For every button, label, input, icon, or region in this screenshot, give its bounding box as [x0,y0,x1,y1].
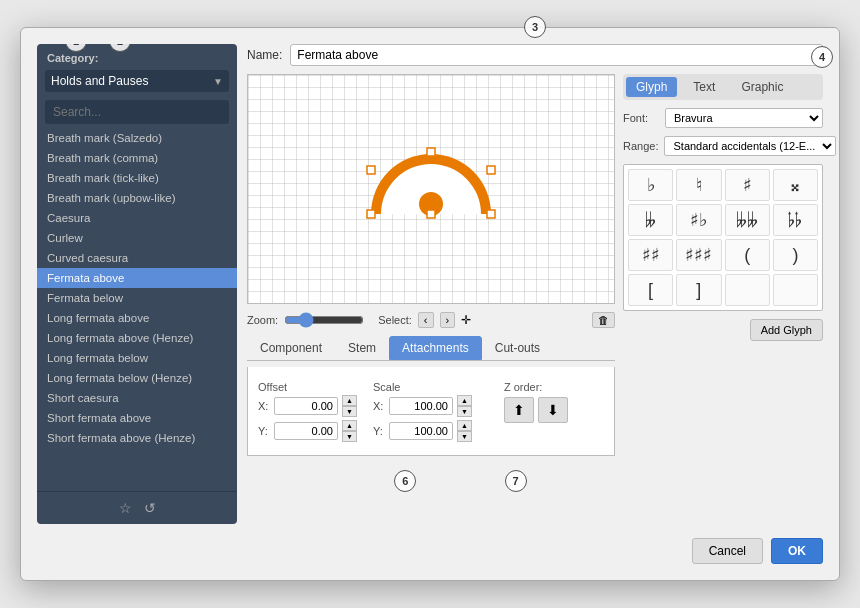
panel-tab-text[interactable]: Text [683,77,725,97]
glyph-preview [351,134,511,244]
select-label: Select: [378,314,412,326]
sidebar-item[interactable]: Breath mark (Salzedo) [37,128,237,148]
glyph-cell[interactable]: 𝄪 [773,169,818,201]
offset-y-input[interactable] [274,422,338,440]
offset-y-spinner: ▲ ▼ [342,420,357,442]
chevron-down-icon: ▼ [213,76,223,87]
cancel-button[interactable]: Cancel [692,538,763,564]
tab-component[interactable]: Component [247,336,335,360]
ok-button[interactable]: OK [771,538,823,564]
sidebar-item[interactable]: Short caesura [37,388,237,408]
sidebar-item[interactable]: Long fermata below (Henze) [37,368,237,388]
offset-x-down[interactable]: ▼ [342,406,357,417]
y-label: Y: [258,425,270,437]
tab-cut-outs[interactable]: Cut-outs [482,336,553,360]
category-dropdown-text: Holds and Pauses [51,74,213,88]
reset-icon[interactable]: ↺ [144,500,156,516]
sidebar-item[interactable]: Breath mark (tick-like) [37,168,237,188]
category-dropdown[interactable]: Holds and Pauses ▼ [45,70,229,92]
scale-x-down[interactable]: ▼ [457,406,472,417]
panel-tabs: GlyphTextGraphic [623,74,823,100]
font-select[interactable]: Bravura [665,108,823,128]
sidebar-item[interactable]: Fermata below [37,288,237,308]
glyph-cell[interactable]: ] [676,274,721,306]
sidebar-item[interactable]: Long fermata above (Henze) [37,328,237,348]
glyph-canvas[interactable] [247,74,615,304]
svg-rect-2 [427,148,435,156]
sidebar-item[interactable]: Fermata above [37,268,237,288]
sidebar-item[interactable]: Short fermata above [37,408,237,428]
range-select[interactable]: Standard accidentals (12-E... [664,136,836,156]
glyph-cell[interactable]: 𝄫 [628,204,673,236]
right-panel: 4 GlyphTextGraphic Font: Bravura Range: … [623,74,823,462]
nav-next-button[interactable]: › [440,312,456,328]
name-row: Name: [247,44,823,66]
search-input[interactable] [45,100,229,124]
svg-rect-3 [487,210,495,218]
panel-tab-glyph[interactable]: Glyph [626,77,677,97]
glyph-cell[interactable]: 𝄫𝄫 [725,204,770,236]
z-order-down-button[interactable]: ⬇ [538,397,568,423]
svg-rect-6 [487,166,495,174]
x-label: X: [258,400,270,412]
scale-y-input[interactable] [389,422,453,440]
add-glyph-button[interactable]: Add Glyph [750,319,823,341]
glyph-cell[interactable]: ♯♯♯ [676,239,721,271]
font-row: Font: Bravura [623,108,823,128]
sidebar: 1 2 Category: Holds and Pauses ▼ Breath … [37,44,237,524]
offset-y-row: Y: ▲ ▼ [258,420,357,442]
glyph-cell[interactable]: ) [773,239,818,271]
sidebar-item[interactable]: Breath mark (comma) [37,148,237,168]
name-input[interactable] [290,44,823,66]
sidebar-item[interactable]: Short fermata above (Henze) [37,428,237,448]
zoom-slider[interactable] [284,312,364,328]
scale-y-down[interactable]: ▼ [457,431,472,442]
offset-x-up[interactable]: ▲ [342,395,357,406]
tab-stem[interactable]: Stem [335,336,389,360]
sidebar-footer: ☆ ↺ [37,491,237,524]
scale-x-up[interactable]: ▲ [457,395,472,406]
z-order-buttons: ⬆ ⬇ [504,397,568,423]
canvas-container: Zoom: Select: ‹ › ✛ 🗑 ComponentStemAttac… [247,74,615,462]
scale-y-up[interactable]: ▲ [457,420,472,431]
delete-button[interactable]: 🗑 [592,312,615,328]
glyph-cell[interactable]: ♯ [725,169,770,201]
range-label: Range: [623,140,658,152]
svg-rect-1 [367,210,375,218]
sidebar-item[interactable]: Curlew [37,228,237,248]
favorites-icon[interactable]: ☆ [119,500,132,516]
range-row: Range: Standard accidentals (12-E... [623,136,823,156]
glyph-cell[interactable]: 𝄬𝄬 [773,204,818,236]
callout-6: 6 [394,470,416,492]
zoom-label: Zoom: [247,314,278,326]
glyph-cell[interactable]: ♭ [628,169,673,201]
sidebar-item[interactable]: Long fermata below [37,348,237,368]
sidebar-item[interactable]: Long fermata above [37,308,237,328]
offset-y-down[interactable]: ▼ [342,431,357,442]
tab-attachments[interactable]: Attachments [389,336,482,360]
sidebar-item[interactable]: Curved caesura [37,248,237,268]
glyph-cell[interactable]: [ [628,274,673,306]
glyph-cell[interactable]: ♯♯ [628,239,673,271]
sidebar-list: Breath mark (Salzedo)Breath mark (comma)… [37,128,237,491]
z-order-up-button[interactable]: ⬆ [504,397,534,423]
offset-group: Offset X: ▲ ▼ Y: [258,381,357,445]
scale-label: Scale [373,381,472,393]
sidebar-item[interactable]: Breath mark (upbow-like) [37,188,237,208]
crosshair-icon[interactable]: ✛ [461,313,471,327]
glyph-cell[interactable]: ♮ [676,169,721,201]
offset-y-up[interactable]: ▲ [342,420,357,431]
panel-tab-graphic[interactable]: Graphic [731,77,793,97]
offset-x-input[interactable] [274,397,338,415]
glyph-cell[interactable] [773,274,818,306]
dialog-footer: Cancel OK [37,534,823,564]
glyph-cell[interactable]: ( [725,239,770,271]
sidebar-item[interactable]: Caesura [37,208,237,228]
scale-x-spinner: ▲ ▼ [457,395,472,417]
z-order-section: Z order: ⬆ ⬇ [504,381,568,423]
scale-x-input[interactable] [389,397,453,415]
glyph-grid: ♭♮♯𝄪𝄫♯♭𝄫𝄫𝄬𝄬♯♯♯♯♯()[] [623,164,823,311]
glyph-cell[interactable]: ♯♭ [676,204,721,236]
glyph-cell[interactable] [725,274,770,306]
nav-prev-button[interactable]: ‹ [418,312,434,328]
